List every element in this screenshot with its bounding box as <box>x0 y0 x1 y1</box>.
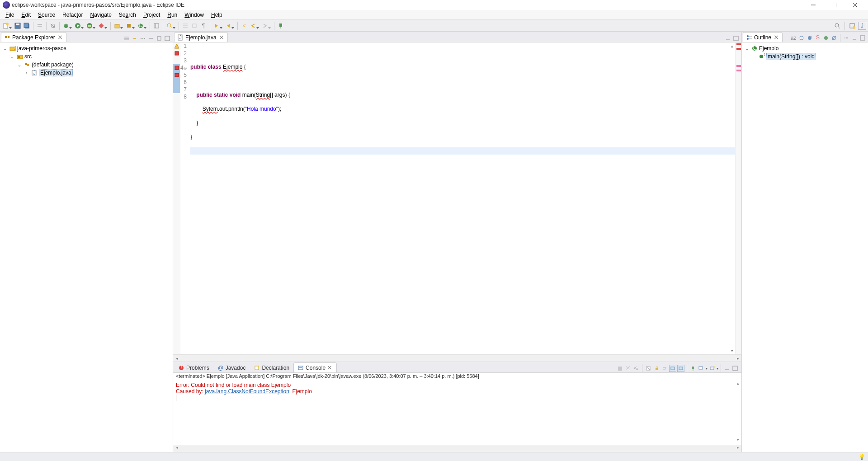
tab-problems[interactable]: ! Problems <box>174 362 213 372</box>
maximize-view-button[interactable] <box>859 34 866 42</box>
window-maximize-button[interactable] <box>824 0 844 10</box>
menu-navigate[interactable]: Navigate <box>86 11 115 19</box>
save-all-button[interactable] <box>23 22 31 30</box>
editor-vertical-scrollbar[interactable]: ▴▾ <box>728 42 736 354</box>
tab-declaration[interactable]: Declaration <box>250 362 293 372</box>
maximize-bottom-button[interactable] <box>731 365 739 372</box>
window-minimize-button[interactable] <box>803 0 824 10</box>
tab-javadoc[interactable]: @ Javadoc <box>213 362 250 372</box>
menu-window[interactable]: Window <box>181 11 208 19</box>
menu-edit[interactable]: Edit <box>18 11 34 19</box>
expand-toggle-icon[interactable]: › <box>24 71 30 75</box>
close-icon[interactable] <box>774 35 779 40</box>
error-icon[interactable] <box>173 71 180 79</box>
scroll-lock-button[interactable] <box>653 365 660 372</box>
editor-tab[interactable]: J Ejemplo.java <box>174 32 228 42</box>
prev-annotation-button[interactable] <box>224 22 232 30</box>
quick-access-button[interactable] <box>833 22 841 30</box>
back-button[interactable] <box>249 22 257 30</box>
minimize-bottom-button[interactable] <box>723 365 731 372</box>
exception-link[interactable]: java.lang.ClassNotFoundException <box>205 388 289 395</box>
skip-breakpoints-button[interactable] <box>49 22 57 30</box>
hide-fields-button[interactable] <box>806 34 813 42</box>
editor-body[interactable]: 1234⊖5678 public class Ejemplo { public … <box>173 42 741 354</box>
display-selected-console-button[interactable] <box>698 365 705 372</box>
new-class-button[interactable]: C <box>137 22 145 30</box>
tree-src[interactable]: ⌄ src <box>1 52 172 61</box>
remove-launch-button[interactable] <box>624 365 632 372</box>
open-type-button[interactable] <box>152 22 160 30</box>
save-button[interactable] <box>14 22 22 30</box>
outline-tree[interactable]: ⌄ C Ejemplo s main(String[]) : void <box>742 42 868 452</box>
tip-icon[interactable]: 💡 <box>859 454 865 460</box>
search-button[interactable] <box>165 22 174 30</box>
close-icon[interactable] <box>327 365 333 371</box>
debug-button[interactable] <box>62 22 70 30</box>
expand-toggle-icon[interactable]: ⌄ <box>9 54 15 59</box>
run-last-tool-button[interactable] <box>97 22 105 30</box>
package-explorer-tab[interactable]: Package Explorer <box>1 32 66 42</box>
expand-toggle-icon[interactable]: ⌄ <box>744 46 750 51</box>
editor-code[interactable]: public class Ejemplo { public static voi… <box>189 42 735 354</box>
run-button[interactable] <box>74 22 82 30</box>
new-button[interactable] <box>2 22 10 30</box>
editor-overview-ruler[interactable] <box>735 42 741 354</box>
menu-help[interactable]: Help <box>208 11 226 19</box>
editor-horizontal-scrollbar[interactable]: ◂▸ <box>173 354 741 362</box>
tree-package[interactable]: ⌄ (default package) <box>1 61 172 69</box>
outline-class[interactable]: ⌄ C Ejemplo <box>743 44 867 52</box>
next-annotation-button[interactable] <box>212 22 221 30</box>
filters-button[interactable] <box>139 35 146 42</box>
word-wrap-button[interactable] <box>661 365 668 372</box>
toggle-block-selection-button[interactable] <box>190 22 198 30</box>
hide-non-public-button[interactable] <box>822 34 830 42</box>
error-icon[interactable] <box>173 50 180 57</box>
error-icon[interactable] <box>173 64 180 71</box>
menu-project[interactable]: Project <box>140 11 164 19</box>
menu-refactor[interactable]: Refactor <box>59 11 86 19</box>
expand-toggle-icon[interactable]: ⌄ <box>2 46 8 51</box>
clear-console-button[interactable] <box>645 365 652 372</box>
remove-all-terminated-button[interactable] <box>632 365 640 372</box>
show-console-on-error-button[interactable] <box>677 365 684 372</box>
menu-source[interactable]: Source <box>34 11 59 19</box>
collapse-all-button[interactable] <box>123 35 130 42</box>
tab-console[interactable]: Console <box>293 362 337 372</box>
package-explorer-tree[interactable]: ⌄ J java-primeros-pasos ⌄ src ⌄ (default… <box>0 42 173 452</box>
menu-search[interactable]: Search <box>115 11 140 19</box>
outline-method[interactable]: s main(String[]) : void <box>743 52 867 61</box>
toggle-mark-occurrences-button[interactable] <box>181 22 189 30</box>
sort-button[interactable]: az <box>790 34 797 42</box>
view-menu-button[interactable] <box>147 35 155 42</box>
terminate-button[interactable] <box>616 365 623 372</box>
toggle-breadcrumb-button[interactable] <box>36 22 44 30</box>
minimize-view-button[interactable] <box>851 34 858 42</box>
hide-static-button[interactable]: S <box>814 34 821 42</box>
console-vertical-scrollbar[interactable]: ▴ ▾ <box>734 381 741 445</box>
minimize-view-button[interactable] <box>156 35 163 42</box>
close-icon[interactable] <box>58 35 63 40</box>
open-console-button[interactable] <box>708 365 716 372</box>
console-output[interactable]: Error: Could not find or load main class… <box>173 381 741 445</box>
tree-file[interactable]: › J Ejemplo.java <box>1 69 172 77</box>
maximize-view-button[interactable] <box>164 35 171 42</box>
expand-toggle-icon[interactable]: ⌄ <box>16 62 23 67</box>
show-whitespace-button[interactable]: ¶ <box>199 22 208 30</box>
console-horizontal-scrollbar[interactable]: ◂ ▸ <box>173 445 741 452</box>
java-perspective-button[interactable]: J <box>858 22 866 30</box>
link-with-editor-button[interactable] <box>131 35 138 42</box>
menu-run[interactable]: Run <box>164 11 181 19</box>
coverage-button[interactable] <box>85 22 94 30</box>
warning-icon[interactable] <box>173 42 180 50</box>
hide-local-types-button[interactable] <box>830 34 838 42</box>
window-close-button[interactable] <box>844 0 865 10</box>
minimize-editor-button[interactable] <box>724 35 731 42</box>
editor-marker-gutter[interactable] <box>173 42 180 354</box>
open-perspective-button[interactable] <box>848 22 856 30</box>
new-java-project-button[interactable] <box>113 22 121 30</box>
show-console-on-output-button[interactable] <box>669 365 676 372</box>
menu-file[interactable]: File <box>2 11 18 19</box>
new-package-button[interactable] <box>125 22 133 30</box>
view-menu-button[interactable] <box>843 34 850 42</box>
last-edit-location-button[interactable] <box>240 22 248 30</box>
